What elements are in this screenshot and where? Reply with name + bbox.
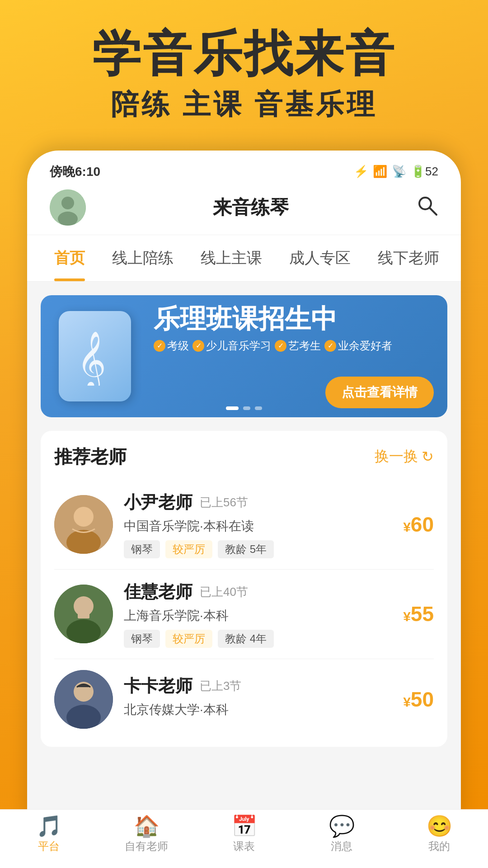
svg-point-2 (58, 212, 78, 226)
tag-strict-2: 较严厉 (165, 630, 212, 648)
tag-piano-2: 钢琴 (124, 630, 160, 648)
teacher-name-3: 卡卡老师 (124, 675, 192, 698)
nav-item-own-teacher[interactable]: 🏠 自有老师 (98, 816, 195, 854)
teacher-price-1: ¥60 (403, 512, 434, 537)
teacher-name-1: 小尹老师 (124, 491, 192, 514)
svg-rect-12 (78, 612, 89, 618)
tab-home[interactable]: 首页 (41, 235, 99, 281)
tab-offline-teacher[interactable]: 线下老师 (364, 235, 453, 281)
nav-label-schedule: 课表 (233, 839, 255, 854)
nav-item-messages[interactable]: 💬 消息 (293, 816, 390, 854)
banner-tag-1: 考级 (154, 339, 189, 353)
hero-title: 学音乐找来音 (27, 27, 461, 81)
refresh-label: 换一换 (375, 447, 418, 467)
battery-icon: 🔋52 (411, 165, 438, 179)
teacher-name-row-1: 小尹老师 已上56节 (124, 491, 392, 514)
tag-strict-1: 较严厉 (165, 540, 212, 558)
hero-section: 学音乐找来音 陪练 主课 音基乐理 傍晚6:10 ⚡ 📶 📡 🔋52 来音练 (0, 0, 488, 824)
app-header: 来音练琴 (27, 185, 461, 235)
refresh-button[interactable]: 换一换 ↻ (375, 447, 434, 467)
banner-dot-3 (255, 406, 262, 410)
tab-online-class[interactable]: 线上主课 (187, 235, 276, 281)
banner-cta-button[interactable]: 点击查看详情 (325, 377, 434, 408)
teacher-tags-2: 钢琴 较严厉 教龄 4年 (124, 630, 392, 648)
app-title: 来音练琴 (213, 195, 289, 220)
banner[interactable]: 𝄞 乐理班课招生中 考级 少儿音乐学习 艺考生 业余爱好者 点 (41, 295, 447, 417)
main-content: 𝄞 乐理班课招生中 考级 少儿音乐学习 艺考生 业余爱好者 点 (27, 282, 461, 824)
messages-icon: 💬 (329, 816, 355, 836)
banner-tags: 考级 少儿音乐学习 艺考生 业余爱好者 (154, 339, 434, 353)
table-row[interactable]: 佳慧老师 已上40节 上海音乐学院·本科 钢琴 较严厉 教龄 4年 ¥55 (54, 570, 434, 659)
banner-phone: 𝄞 (59, 311, 131, 401)
teacher-lessons-3: 已上3节 (200, 678, 241, 694)
platform-icon: 🎵 (36, 816, 62, 836)
banner-tag-4: 业余爱好者 (324, 339, 392, 353)
nav-item-profile[interactable]: 😊 我的 (390, 816, 488, 854)
teacher-lessons-2: 已上40节 (200, 584, 248, 600)
banner-dot-1 (226, 406, 239, 410)
teacher-name-row-3: 卡卡老师 已上3节 (124, 675, 392, 698)
banner-dot-2 (243, 406, 250, 410)
banner-content: 乐理班课招生中 考级 少儿音乐学习 艺考生 业余爱好者 点击查看详情 (149, 295, 447, 417)
teacher-tags-1: 钢琴 较严厉 教龄 5年 (124, 540, 392, 558)
schedule-icon: 📅 (231, 816, 257, 836)
teacher-info-3: 卡卡老师 已上3节 北京传媒大学·本科 (124, 675, 392, 724)
nav-label-messages: 消息 (331, 839, 352, 854)
tab-adult[interactable]: 成人专区 (276, 235, 364, 281)
tag-years-2: 教龄 4年 (218, 630, 274, 648)
tab-online-practice[interactable]: 线上陪练 (99, 235, 187, 281)
tab-class[interactable]: 班 (453, 235, 461, 281)
svg-point-7 (74, 507, 94, 527)
banner-dots (226, 406, 262, 410)
nav-label-platform: 平台 (38, 839, 60, 854)
teacher-name-row-2: 佳慧老师 已上40节 (124, 580, 392, 604)
banner-tag-3: 艺考生 (275, 339, 321, 353)
section-title: 推荐老师 (54, 444, 127, 469)
teacher-info-1: 小尹老师 已上56节 中国音乐学院·本科在读 钢琴 较严厉 教龄 5年 (124, 491, 392, 558)
nav-item-platform[interactable]: 🎵 平台 (0, 816, 98, 854)
banner-tag-2: 少儿音乐学习 (192, 339, 271, 353)
banner-illustration: 𝄞 (41, 295, 149, 417)
search-button[interactable] (416, 194, 438, 221)
tag-piano-1: 钢琴 (124, 540, 160, 558)
recommended-teachers-section: 推荐老师 换一换 ↻ (41, 431, 447, 747)
teacher-name-2: 佳慧老师 (124, 580, 192, 604)
profile-icon: 😊 (427, 816, 452, 836)
section-header: 推荐老师 换一换 ↻ (54, 444, 434, 469)
teacher-price-3: ¥50 (403, 687, 434, 712)
wifi-icon: 📶 (373, 165, 387, 179)
teacher-info-2: 佳慧老师 已上40节 上海音乐学院·本科 钢琴 较严厉 教龄 4年 (124, 580, 392, 648)
nav-label-profile: 我的 (428, 839, 450, 854)
teacher-avatar-2 (54, 585, 113, 643)
table-row[interactable]: 卡卡老师 已上3节 北京传媒大学·本科 ¥50 (54, 659, 434, 733)
teacher-avatar-1 (54, 495, 113, 554)
bluetooth-icon: ⚡ (354, 165, 368, 179)
hero-subtitle: 陪练 主课 音基乐理 (27, 85, 461, 123)
signal-icon: 📡 (392, 165, 406, 179)
nav-tabs: 首页 线上陪练 线上主课 成人专区 线下老师 班 (27, 235, 461, 282)
teacher-price-2: ¥55 (403, 602, 434, 626)
refresh-icon: ↻ (422, 448, 434, 465)
own-teacher-icon: 🏠 (134, 816, 160, 836)
svg-point-1 (61, 197, 74, 209)
status-icons: ⚡ 📶 📡 🔋52 (354, 165, 438, 179)
teacher-avatar-3 (54, 670, 113, 729)
teacher-school-1: 中国音乐学院·本科在读 (124, 518, 392, 535)
svg-line-4 (430, 208, 436, 215)
nav-item-schedule[interactable]: 📅 课表 (195, 816, 293, 854)
teacher-school-3: 北京传媒大学·本科 (124, 701, 392, 718)
nav-label-own-teacher: 自有老师 (125, 839, 168, 854)
bottom-nav: 🎵 平台 🏠 自有老师 📅 课表 💬 消息 😊 我的 (0, 809, 488, 868)
svg-text:𝄞: 𝄞 (77, 332, 106, 386)
avatar[interactable] (50, 189, 86, 226)
tag-years-1: 教龄 5年 (218, 540, 274, 558)
phone-shell: 傍晚6:10 ⚡ 📶 📡 🔋52 来音练琴 (27, 151, 461, 824)
status-bar: 傍晚6:10 ⚡ 📶 📡 🔋52 (27, 151, 461, 185)
teacher-school-2: 上海音乐学院·本科 (124, 607, 392, 624)
status-time: 傍晚6:10 (50, 163, 100, 180)
table-row[interactable]: 小尹老师 已上56节 中国音乐学院·本科在读 钢琴 较严厉 教龄 5年 ¥60 (54, 480, 434, 570)
banner-title: 乐理班课招生中 (154, 304, 434, 333)
teacher-lessons-1: 已上56节 (200, 495, 248, 510)
